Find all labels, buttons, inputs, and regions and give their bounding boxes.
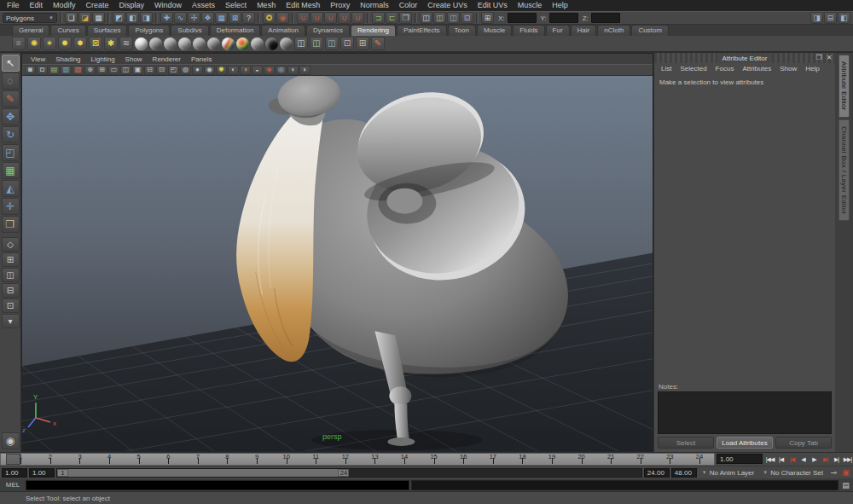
snap-magnet-point-icon[interactable]: ∪	[324, 12, 337, 24]
toggle-tool-settings-icon[interactable]: ⊟	[824, 12, 837, 24]
safe-title-icon[interactable]: ◰	[168, 66, 179, 75]
mel-toggle[interactable]: MEL	[2, 481, 24, 489]
x-coordinate-field[interactable]	[508, 13, 537, 23]
menu-item[interactable]: Display	[114, 0, 150, 11]
frame-tick[interactable]: 7	[183, 454, 213, 465]
shelf-tab[interactable]: Toon	[448, 25, 476, 36]
new-scene-icon[interactable]: ❏	[65, 12, 78, 24]
frame-tick[interactable]: 14	[390, 454, 420, 465]
menu-item[interactable]: Assets	[187, 0, 220, 11]
image-plane-icon[interactable]: ▧	[73, 66, 84, 75]
gate-mask-icon[interactable]: ▣	[132, 66, 143, 75]
grid-toggle-icon[interactable]: ⊞	[96, 66, 107, 75]
frame-tick[interactable]: 6	[154, 454, 183, 465]
ae-close-icon[interactable]: ✕	[825, 54, 833, 62]
exposure-icon[interactable]: ◖	[287, 66, 299, 75]
range-end-handle[interactable]: 24	[338, 469, 349, 477]
select-camera-icon[interactable]: ◙	[25, 66, 36, 75]
frame-tick[interactable]: 10	[271, 454, 301, 465]
range-slider-bar[interactable]: 1 24	[57, 469, 349, 477]
lambert-material-icon[interactable]	[149, 38, 162, 50]
area-light-icon[interactable]: ⊠	[89, 37, 102, 50]
playback-start-field[interactable]: 1.00	[29, 468, 55, 478]
panel-menu-item[interactable]: Show	[120, 55, 148, 63]
command-input[interactable]	[26, 480, 409, 490]
shelf-overflow-icon[interactable]: ≡	[12, 37, 26, 50]
shelf-tab[interactable]: Surfaces	[87, 25, 128, 36]
shelf-tab[interactable]: Animation	[261, 25, 305, 36]
ae-copy-tab-icon[interactable]: ❐	[815, 54, 823, 62]
frame-tick[interactable]: 22	[625, 454, 655, 465]
attribute-editor-menu-item[interactable]: Help	[801, 65, 823, 72]
copy-tab-button[interactable]: Copy Tab	[775, 437, 832, 449]
frame-tick[interactable]: 21	[596, 454, 626, 465]
menu-item[interactable]: File	[2, 0, 25, 11]
point-light-icon[interactable]: ✹	[58, 37, 72, 50]
shelf-tab[interactable]: Fur	[546, 25, 570, 36]
snap-magnet-plane-icon[interactable]: ∪	[351, 12, 364, 24]
menu-item[interactable]: Color	[394, 0, 423, 11]
menu-item[interactable]: Edit Mesh	[281, 0, 325, 11]
render-current-frame-icon[interactable]: ◫	[433, 12, 446, 24]
frame-tick[interactable]: 12	[331, 454, 361, 465]
menu-item[interactable]: Create UVs	[422, 0, 473, 11]
ramp-shader-icon[interactable]	[236, 38, 249, 50]
construction-history-icon[interactable]: ❒	[399, 12, 412, 24]
show-manipulator-icon[interactable]: ✛	[2, 198, 20, 215]
camera-attributes-icon[interactable]: ▤	[49, 66, 60, 75]
frame-tick[interactable]: 24	[685, 454, 715, 465]
lasso-tool-icon[interactable]: ◌	[2, 72, 20, 90]
paint-effects-shelf-icon[interactable]: ✎	[371, 37, 385, 50]
frame-tick[interactable]: 19	[537, 454, 567, 465]
z-coordinate-field[interactable]	[591, 13, 620, 23]
time-slider[interactable]: 123456789101112131415161718192021222324	[0, 453, 715, 466]
attribute-editor-menu-item[interactable]: Selected	[676, 65, 711, 72]
default-material-icon[interactable]: ◑	[240, 66, 251, 75]
last-tool-icon[interactable]: ❒	[2, 216, 20, 233]
shading-group-icon[interactable]: ≋	[119, 37, 133, 50]
attribute-editor-menu-item[interactable]: Attributes	[738, 65, 775, 72]
use-all-lights-icon[interactable]: ✺	[216, 66, 227, 75]
ipr-shelf-icon[interactable]: ◫	[325, 37, 339, 50]
select-component-icon[interactable]: ◨	[140, 12, 153, 24]
toggle-channel-box-icon[interactable]: ◧	[838, 12, 850, 24]
menu-set-selector[interactable]: Polygons ▼	[3, 13, 57, 23]
render-frame-shelf-icon[interactable]: ◫	[310, 37, 323, 50]
panel-menu-item[interactable]: Lighting	[86, 55, 120, 63]
viewport-canvas[interactable]: Y x z persp	[22, 76, 653, 451]
layout-persp-outliner-icon[interactable]: ◫	[2, 268, 20, 282]
move-tool-icon[interactable]: ✥	[2, 108, 20, 125]
snap-to-projected-center-icon[interactable]: ❖	[201, 12, 214, 24]
frame-tick[interactable]: 23	[655, 454, 685, 465]
xray-icon[interactable]: ◒	[252, 66, 263, 75]
textured-mode-icon[interactable]: ◉	[204, 66, 215, 75]
play-backwards-button[interactable]: ◀	[798, 456, 809, 463]
animation-preferences-icon[interactable]: ▣	[840, 467, 851, 478]
snap-to-view-plane-icon[interactable]: ▦	[215, 12, 228, 24]
quick-help-icon[interactable]: ?	[242, 12, 255, 24]
make-live-icon[interactable]: ⊠	[229, 12, 241, 24]
spot-light-icon[interactable]: ✸	[73, 37, 87, 50]
toggle-attribute-editor-icon[interactable]: ◨	[810, 12, 823, 24]
auto-keyframe-icon[interactable]: ⊸	[828, 467, 839, 478]
frame-tick[interactable]: 13	[360, 454, 390, 465]
isolate-select-icon[interactable]: ◈	[264, 66, 275, 75]
menu-item[interactable]: Edit UVs	[473, 0, 513, 11]
attribute-editor-menu-item[interactable]: Show	[775, 65, 801, 72]
layout-menu-icon[interactable]: ▾	[2, 314, 20, 328]
shadows-icon[interactable]: ◐	[228, 66, 239, 75]
shelf-tab[interactable]: Muscle	[477, 25, 512, 36]
black-surface-material-icon[interactable]	[265, 38, 278, 50]
animation-end-field[interactable]: 48.00	[671, 468, 697, 478]
select-hierarchy-icon[interactable]: ◩	[113, 12, 125, 24]
frame-tick[interactable]: 9	[242, 454, 272, 465]
menu-item[interactable]: Window	[149, 0, 187, 11]
use-background-material-icon[interactable]	[280, 38, 293, 50]
shelf-tab[interactable]: Deformation	[210, 25, 261, 36]
frame-tick[interactable]: 17	[479, 454, 508, 465]
shelf-tab[interactable]: General	[12, 25, 49, 36]
go-to-end-button[interactable]: ▶▶|	[842, 456, 853, 463]
bookmark-view-icon[interactable]: ▥	[61, 66, 72, 75]
hypershade-shelf-icon[interactable]: ⊞	[356, 37, 369, 50]
script-editor-icon[interactable]: ▤	[840, 480, 851, 490]
